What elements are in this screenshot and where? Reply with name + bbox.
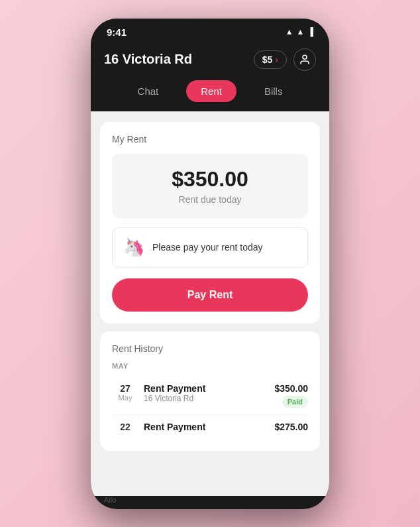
row-info: Rent Payment xyxy=(138,422,274,432)
status-time: 9:41 xyxy=(107,27,127,38)
balance-amount: $5 xyxy=(262,54,273,65)
my-rent-card: My Rent $350.00 Rent due today 🦄 Please … xyxy=(100,122,320,323)
row-amount: $350.00 xyxy=(274,383,308,394)
table-row: 22 Rent Payment $275.00 xyxy=(112,415,308,439)
profile-button[interactable] xyxy=(293,48,316,71)
notification-text: Please pay your rent today xyxy=(152,242,263,253)
location-title: 16 Victoria Rd xyxy=(104,52,192,67)
history-month-label: MAY xyxy=(112,362,308,370)
tab-bar: Chat Rent Bills xyxy=(91,80,329,111)
row-info: Rent Payment 16 Victoria Rd xyxy=(138,383,274,403)
row-date: 22 xyxy=(112,422,138,432)
row-day: 27 xyxy=(112,383,138,394)
rent-amount: $350.00 xyxy=(125,167,295,192)
phone-frame: 9:41 ▲ ▲ ▐ 16 Victoria Rd $5 › Chat Rent… xyxy=(91,19,329,509)
rent-notification: 🦄 Please pay your rent today xyxy=(112,227,308,268)
row-name: Rent Payment xyxy=(144,422,274,432)
status-icons: ▲ ▲ ▐ xyxy=(286,27,313,36)
main-content: My Rent $350.00 Rent due today 🦄 Please … xyxy=(91,111,329,496)
rent-amount-box: $350.00 Rent due today xyxy=(112,154,308,218)
rent-history-card: Rent History MAY 27 May Rent Payment 16 … xyxy=(100,331,320,451)
balance-badge[interactable]: $5 › xyxy=(254,50,287,69)
tab-chat[interactable]: Chat xyxy=(123,80,174,102)
my-rent-title: My Rent xyxy=(112,134,308,145)
rent-history-title: Rent History xyxy=(112,343,308,354)
ailo-watermark: Ailo xyxy=(104,496,116,504)
paid-badge: Paid xyxy=(282,396,308,408)
row-name: Rent Payment xyxy=(144,383,274,394)
row-day: 22 xyxy=(112,422,138,432)
tab-rent[interactable]: Rent xyxy=(186,80,236,102)
signal-icon: ▲ xyxy=(297,27,305,36)
row-right: $350.00 Paid xyxy=(274,383,308,408)
unicorn-icon: 🦄 xyxy=(123,237,144,258)
app-header: 16 Victoria Rd $5 › xyxy=(91,43,329,80)
row-month: May xyxy=(112,394,138,402)
balance-arrow-icon: › xyxy=(275,54,278,65)
svg-point-0 xyxy=(303,55,307,59)
tab-bills[interactable]: Bills xyxy=(250,80,297,102)
table-row: 27 May Rent Payment 16 Victoria Rd $350.… xyxy=(112,377,308,415)
row-date: 27 May xyxy=(112,383,138,402)
row-right: $275.00 xyxy=(274,422,308,432)
battery-icon: ▐ xyxy=(307,27,313,36)
status-bar: 9:41 ▲ ▲ ▐ xyxy=(91,19,329,43)
row-address: 16 Victoria Rd xyxy=(144,394,274,403)
row-amount: $275.00 xyxy=(274,422,308,432)
header-right: $5 › xyxy=(254,48,316,71)
rent-due-label: Rent due today xyxy=(125,194,295,205)
pay-rent-button[interactable]: Pay Rent xyxy=(112,278,308,312)
wifi-icon: ▲ xyxy=(286,27,293,36)
